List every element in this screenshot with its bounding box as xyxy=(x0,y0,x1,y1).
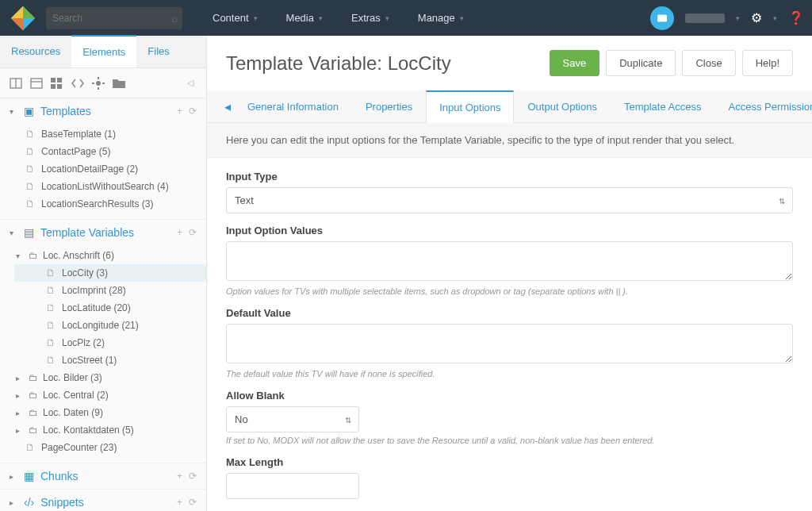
close-button[interactable]: Close xyxy=(682,50,735,76)
add-icon[interactable]: + xyxy=(177,471,182,482)
content-area: Here you can edit the input options for … xyxy=(207,123,812,511)
folder-icon: 🗀 xyxy=(29,250,38,261)
refresh-icon[interactable]: ⟳ xyxy=(189,227,197,238)
folder-icon: 🗀 xyxy=(29,372,38,383)
svg-point-13 xyxy=(96,81,101,86)
category-icon[interactable] xyxy=(113,78,127,88)
main-content: Template Variable: LocCity Save Duplicat… xyxy=(207,36,812,511)
refresh-icon[interactable]: ⟳ xyxy=(189,106,197,117)
svg-rect-15 xyxy=(98,87,99,90)
sidebar-tabs: Resources Elements Files xyxy=(0,36,206,68)
option-values-input[interactable] xyxy=(226,241,793,281)
tree-folder[interactable]: ▾🗀Loc. Anschrift (6) xyxy=(0,247,206,264)
username[interactable] xyxy=(685,13,725,23)
chunks-header[interactable]: ▸ ▦ Chunks +⟳ xyxy=(0,463,206,489)
add-icon[interactable]: + xyxy=(177,227,182,238)
tv-icon[interactable] xyxy=(30,78,44,89)
file-icon: 🗋 xyxy=(25,129,36,140)
file-icon: 🗋 xyxy=(46,267,57,279)
tree-folder[interactable]: ▸🗀Loc. Central (2) xyxy=(0,386,206,404)
input-type-select[interactable]: Text xyxy=(226,187,793,213)
folder-icon: 🗀 xyxy=(29,390,38,401)
file-icon: 🗋 xyxy=(25,146,36,157)
tree-item[interactable]: 🗋PageCounter (23) xyxy=(0,439,206,456)
svg-rect-7 xyxy=(31,79,42,88)
user-avatar[interactable] xyxy=(650,6,674,30)
tab-output-options[interactable]: Output Options xyxy=(514,90,610,122)
refresh-icon[interactable]: ⟳ xyxy=(189,497,197,508)
tree-item[interactable]: 🗋ContactPage (5) xyxy=(0,143,206,160)
add-icon[interactable]: + xyxy=(177,106,182,117)
default-value-label: Default Value xyxy=(226,307,793,319)
intro-text: Here you can edit the input options for … xyxy=(207,123,812,158)
tab-properties[interactable]: Properties xyxy=(352,90,426,122)
tree-folder[interactable]: ▸🗀Loc. Daten (9) xyxy=(0,404,206,421)
tree-item[interactable]: 🗋LocationListWithoutSearch (4) xyxy=(0,178,206,195)
nav-media[interactable]: Media▾ xyxy=(272,0,337,36)
tree-folder[interactable]: ▸🗀Loc. Bilder (3) xyxy=(0,369,206,386)
allow-blank-select[interactable]: No xyxy=(226,406,359,432)
tab-general[interactable]: General Information xyxy=(234,90,352,122)
nav-manage[interactable]: Manage▾ xyxy=(404,0,478,36)
tab-files[interactable]: Files xyxy=(136,36,180,67)
tv-icon: ▤ xyxy=(24,226,34,239)
file-icon: 🗋 xyxy=(46,285,57,296)
search-icon: ⌕ xyxy=(171,12,178,25)
tree-item[interactable]: 🗋BaseTemplate (1) xyxy=(0,125,206,143)
tree-item[interactable]: 🗋LocImprint (28) xyxy=(14,282,206,299)
global-search[interactable]: ⌕ xyxy=(46,7,182,29)
nav-content[interactable]: Content▾ xyxy=(198,0,272,36)
tree-item-loccity[interactable]: 🗋LocCity (3) xyxy=(14,264,206,282)
svg-rect-10 xyxy=(57,78,62,83)
max-length-input[interactable] xyxy=(226,473,359,499)
tvars-header[interactable]: ▾ ▤ Template Variables +⟳ xyxy=(0,220,206,245)
tab-access-permissions[interactable]: Access Permissions xyxy=(714,90,812,122)
nav-extras[interactable]: Extras▾ xyxy=(337,0,404,36)
snippet-icon: ‹/› xyxy=(24,496,34,509)
tab-input-options[interactable]: Input Options xyxy=(426,90,514,123)
tree-item[interactable]: 🗋LocPlz (2) xyxy=(14,334,206,352)
svg-rect-11 xyxy=(51,84,56,89)
templates-header[interactable]: ▾ ▣ Templates +⟳ xyxy=(0,98,206,124)
default-value-input[interactable] xyxy=(226,324,793,363)
tree-item[interactable]: 🗋LocLongitude (21) xyxy=(14,317,206,334)
help-button[interactable]: Help! xyxy=(742,50,793,76)
file-icon: 🗋 xyxy=(46,320,57,331)
tree-item[interactable]: 🗋LocLatitude (20) xyxy=(14,299,206,317)
chunk-icon: ▦ xyxy=(24,470,34,482)
help-icon[interactable]: ❓ xyxy=(788,10,804,25)
template-icon[interactable] xyxy=(10,78,24,89)
chevron-down-icon: ▾ xyxy=(385,14,389,22)
chevron-down-icon: ▾ xyxy=(773,14,777,22)
snippet-icon[interactable] xyxy=(71,79,86,88)
search-input[interactable] xyxy=(52,13,171,24)
tab-scroll-left-icon[interactable]: ◂ xyxy=(221,99,234,114)
gear-icon[interactable]: ⚙ xyxy=(751,10,762,25)
svg-rect-17 xyxy=(102,83,105,84)
duplicate-button[interactable]: Duplicate xyxy=(606,50,676,76)
tree-item[interactable]: 🗋LocStreet (1) xyxy=(14,352,206,369)
file-icon: 🗋 xyxy=(46,337,57,348)
plugin-icon[interactable] xyxy=(92,77,106,90)
chevron-down-icon: ▾ xyxy=(10,107,17,116)
save-button[interactable]: Save xyxy=(550,50,600,76)
tree-folder[interactable]: ▸🗀Loc. Kontaktdaten (5) xyxy=(0,421,206,439)
tree-item[interactable]: 🗋LocationDetailPage (2) xyxy=(0,160,206,178)
chevron-down-icon: ▾ xyxy=(10,229,17,237)
default-value-help: The default value this TV will have if n… xyxy=(226,369,793,378)
chevron-right-icon: ▸ xyxy=(16,374,24,382)
tab-elements[interactable]: Elements xyxy=(71,35,136,67)
modx-logo[interactable] xyxy=(8,3,38,33)
page-header: Template Variable: LocCity Save Duplicat… xyxy=(207,36,812,90)
snippets-header[interactable]: ▸ ‹/› Snippets +⟳ xyxy=(0,490,206,511)
add-icon[interactable]: + xyxy=(177,497,182,508)
chunk-icon[interactable] xyxy=(51,78,65,89)
folder-icon: 🗀 xyxy=(29,407,38,418)
tree-item[interactable]: 🗋LocationSearchResults (3) xyxy=(0,195,206,213)
tab-resources[interactable]: Resources xyxy=(0,36,71,67)
svg-rect-9 xyxy=(51,78,56,83)
template-icon: ▣ xyxy=(24,105,34,117)
tab-template-access[interactable]: Template Access xyxy=(611,90,715,122)
collapse-handle[interactable]: ◁ xyxy=(184,75,197,91)
refresh-icon[interactable]: ⟳ xyxy=(189,471,197,482)
